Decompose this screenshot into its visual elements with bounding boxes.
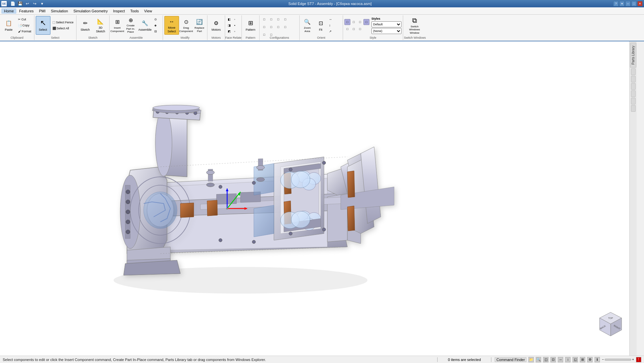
side-tab-4[interactable] [631,83,636,90]
menu-tools[interactable]: Tools [128,8,142,14]
fit-button[interactable]: ⊡ Fit [314,16,327,35]
3d-sketch-button[interactable]: 📐 3D Sketch [93,16,108,35]
close-button[interactable]: ✕ [637,1,643,6]
view-btn7[interactable]: □ [357,26,363,32]
motors-button[interactable]: ⚙ Motors [209,16,223,35]
status-icon-7[interactable]: ◱ [573,357,578,362]
config-btn7[interactable]: □ [275,24,282,30]
switch-windows-button[interactable]: ⧉ Switch Windows Window [405,16,425,35]
face-relate-btn2[interactable]: ◨ [226,23,232,28]
view-btn5[interactable]: □ [344,26,350,32]
view-btn1[interactable]: □ [344,19,350,25]
select-button[interactable]: ↖ Select [36,16,50,35]
ribbon-group-assemble: ⊞ Insert Component ⊕ Create Part In-Plac… [110,15,163,40]
menu-inspect[interactable]: Inspect [110,8,127,14]
zoom-area-button[interactable]: 🔍 Zoom Area [301,16,314,35]
insert-component-button[interactable]: ⊞ Insert Component [111,16,124,35]
orient-btn2[interactable]: ↕ [328,23,333,28]
switch-windows-icon: ⧉ [411,16,419,24]
copy-button[interactable]: 📑 Copy [17,23,33,28]
viewport[interactable]: TOP RIGHT BACK Parts Library [0,41,637,356]
status-icon-9[interactable]: ⚙ [587,357,593,362]
replace-part-button[interactable]: 🔄 Replace Part [193,16,206,35]
orient-btn3[interactable]: ↗ [328,29,333,34]
help-button[interactable]: ? [613,1,619,6]
parts-library-tab[interactable]: Parts Library [630,43,636,68]
pattern-button[interactable]: ⊞ Pattern [243,16,258,35]
view-btn2[interactable]: □ [351,19,357,25]
status-icon-5[interactable]: ↔ [558,357,563,362]
drag-component-button[interactable]: ⊙ Drag Component [180,16,192,35]
face-relate-btn1[interactable]: ◧ [226,17,232,22]
ribbon-toggle[interactable]: ▾ [619,1,625,6]
view-btn6[interactable]: □ [351,26,357,32]
create-part-button[interactable]: ⊕ Create Part In-Place [124,16,137,35]
config-btn2[interactable]: □ [268,16,275,23]
svg-point-39 [257,177,265,182]
config-btn1[interactable]: □ [261,16,268,23]
menu-view[interactable]: View [142,8,155,14]
status-icon-8[interactable]: ⊞ [580,357,585,362]
menu-home[interactable]: Home [1,8,16,14]
menu-simulation-geometry[interactable]: Simulation Geometry [71,8,111,14]
face-relate-btn5[interactable]: ▪ [233,23,236,28]
status-icon-4[interactable]: ⊡ [550,357,556,362]
assemble-tool3[interactable]: ⊟ [153,29,158,34]
new-button[interactable]: 📄 [9,0,16,7]
style-label: Style [343,36,403,39]
status-icon-6[interactable]: ↕ [565,357,571,362]
zoom-out-icon[interactable]: − [602,358,604,361]
status-icon-3[interactable]: ◫ [543,357,548,362]
svg-point-44 [206,170,214,174]
svg-point-12 [155,109,172,176]
menu-features[interactable]: Features [16,8,36,14]
view-btn4[interactable]: □ [363,19,369,25]
move-select-button[interactable]: ↔ Move Select [164,16,179,35]
side-tab-7[interactable] [631,105,636,112]
assemble-button[interactable]: 🔧 Assemble [138,16,152,35]
menu-pmi[interactable]: PMI [36,8,48,14]
orient-btn1[interactable]: ↔ [328,17,333,22]
side-tab-2[interactable] [631,68,636,75]
zoom-track[interactable] [605,359,631,361]
sketch-button[interactable]: ✏ Sketch [78,16,93,35]
maximize-button[interactable]: □ [631,1,637,6]
config-btn3[interactable]: □ [275,16,282,23]
quick-access-dropdown[interactable]: ▾ [39,0,45,7]
cut-button[interactable]: ✂ Cut [17,17,33,22]
face-relate-btn4[interactable]: ◦ [233,17,236,22]
side-tab-6[interactable] [631,98,636,104]
face-relate-btn3[interactable]: ◩ [226,29,232,34]
face-relate-btn6[interactable]: ▫ [233,29,236,34]
config-btn5[interactable]: □ [261,24,268,30]
paste-button[interactable]: 📋 Paste [1,16,16,35]
side-tab-3[interactable] [631,76,636,82]
pattern-icon: ⊞ [247,19,255,27]
format-painter-button[interactable]: 🖌 Format [17,29,33,34]
select-fence-button[interactable]: ⬚ Select Fence [51,20,75,25]
zoom-slider[interactable]: − + [602,358,634,361]
config-btn8[interactable]: □ [282,24,289,30]
style-dropdown[interactable]: Default Wireframe Shaded [371,21,401,27]
status-icon-error[interactable]: ! [636,357,641,362]
select-all-button[interactable]: ⬛ Select All [51,26,75,31]
undo-button[interactable]: ↩ [24,0,31,7]
menu-simulation[interactable]: Simulation [48,8,70,14]
viewcube[interactable]: TOP RIGHT BACK [597,311,625,339]
save-button[interactable]: 💾 [17,0,23,7]
assemble-tool2[interactable]: ◈ [153,23,158,28]
assemble-tool1[interactable]: ⊙ [153,17,158,22]
status-icon-10[interactable]: ℹ [595,357,600,362]
side-tab-5[interactable] [631,90,636,97]
none-style-dropdown[interactable]: (None) [371,28,401,34]
ribbon-group-orient: 🔍 Zoom Area ⊡ Fit ↔ ↕ ↗ [300,15,343,40]
minimize-button[interactable]: ─ [625,1,631,6]
status-icon-1[interactable]: 📁 [528,357,534,362]
status-separator-1 [437,357,438,362]
redo-button[interactable]: ↪ [31,0,38,7]
view-btn3[interactable]: □ [357,19,363,25]
config-btn6[interactable]: □ [268,24,275,30]
zoom-in-icon[interactable]: + [632,358,634,361]
config-btn4[interactable]: □ [282,16,289,23]
status-icon-2[interactable]: 🔍 [536,357,541,362]
